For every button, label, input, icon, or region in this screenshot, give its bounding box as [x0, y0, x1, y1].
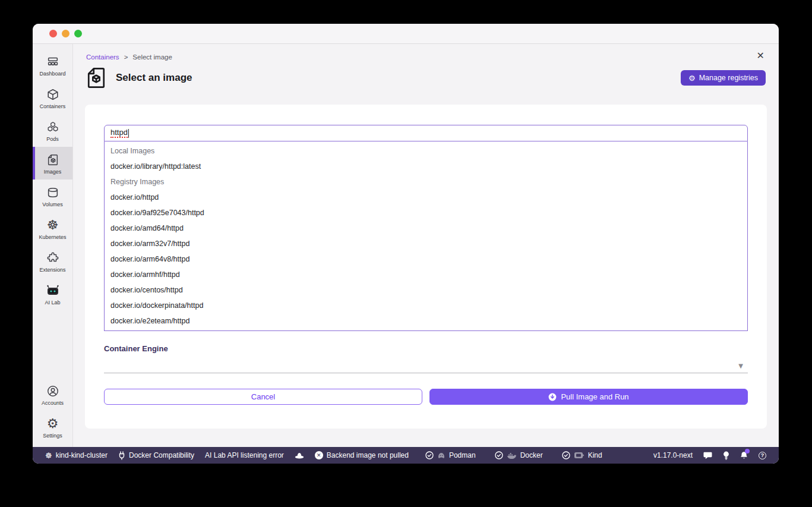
chat-bubble-icon	[703, 451, 712, 459]
statusbar-backend-error[interactable]: ✕ Backend image not pulled	[309, 451, 414, 459]
ai-lab-robot-icon	[46, 283, 60, 298]
podman-seal-icon	[437, 452, 446, 459]
statusbar-docker[interactable]: Docker	[489, 451, 548, 459]
sidebar-item-label: Containers	[40, 103, 66, 109]
close-page-icon[interactable]: ✕	[757, 51, 764, 61]
image-suggestion[interactable]: docker.io/library/httpd:latest	[105, 159, 747, 174]
statusbar-ai-lab-error[interactable]: AI Lab API listening error	[200, 451, 289, 459]
breadcrumb-current: Select image	[132, 53, 172, 61]
image-suggestion[interactable]: docker.io/amd64/httpd	[105, 221, 747, 236]
sidebar-item-label: Extensions	[39, 267, 65, 273]
minimize-window-button[interactable]	[62, 30, 69, 37]
image-suggestions: Local Imagesdocker.io/library/httpd:late…	[104, 141, 748, 331]
gear-icon: ⚙	[688, 74, 696, 82]
image-suggestion[interactable]: docker.io/centos/httpd	[105, 282, 747, 298]
sidebar-item-accounts[interactable]: Accounts	[33, 378, 72, 411]
check-circle-icon	[425, 451, 434, 459]
docker-whale-icon	[507, 452, 517, 459]
statusbar-kind-cluster[interactable]: ☸ kind-kind-cluster	[40, 451, 113, 459]
image-group-header: Local Images	[105, 143, 747, 159]
image-suggestion[interactable]: docker.io/httpd	[105, 190, 747, 205]
statusbar-docker-compatibility[interactable]: Docker Compatibility	[113, 451, 200, 460]
close-window-button[interactable]	[49, 30, 57, 37]
notification-badge	[745, 449, 750, 454]
container-engine-select[interactable]: ▼	[104, 354, 748, 373]
sidebar-spacer	[33, 310, 72, 378]
sidebar-item-label: Kubernetes	[39, 234, 66, 240]
settings-gear-icon: ⚙	[47, 416, 59, 432]
images-icon	[46, 152, 59, 168]
image-suggestion[interactable]: docker.io/e2eteam/httpd	[105, 313, 747, 329]
app-window: Dashboard Containers Pods	[33, 24, 779, 464]
sidebar-item-dashboard[interactable]: Dashboard	[33, 49, 72, 81]
container-engine-label: Container Engine	[104, 344, 748, 353]
check-circle-icon	[495, 451, 503, 459]
plug-icon	[118, 451, 125, 460]
accounts-user-icon	[46, 383, 59, 399]
sidebar-item-volumes[interactable]: Volumes	[33, 180, 72, 212]
breadcrumb-separator: >	[124, 53, 128, 61]
download-circle-icon	[548, 393, 557, 401]
sidebar: Dashboard Containers Pods	[33, 44, 73, 447]
tips-button[interactable]	[718, 451, 735, 460]
kind-logo-icon	[574, 452, 584, 459]
cancel-button[interactable]: Cancel	[104, 389, 422, 405]
containers-cube-icon	[46, 87, 59, 102]
hat-icon	[295, 452, 304, 459]
sidebar-item-images[interactable]: Images	[33, 147, 72, 180]
sidebar-item-label: Pods	[46, 136, 59, 142]
select-image-card: httpd Local Imagesdocker.io/library/http…	[85, 105, 767, 429]
statusbar-podman[interactable]: Podman	[420, 451, 481, 459]
sidebar-item-label: Volumes	[42, 201, 63, 207]
feedback-button[interactable]	[698, 451, 718, 459]
title-row: Select an image ⚙ Manage registries	[86, 67, 766, 89]
sidebar-item-settings[interactable]: ⚙ Settings	[33, 411, 72, 443]
version-label: v1.17.0-next	[648, 451, 698, 459]
maximize-window-button[interactable]	[74, 30, 82, 37]
sidebar-item-label: AI Lab	[45, 300, 60, 306]
sidebar-item-label: Accounts	[42, 400, 64, 406]
sidebar-item-ai-lab[interactable]: AI Lab	[33, 278, 72, 310]
dashboard-icon	[46, 54, 59, 70]
image-suggestion[interactable]: docker.io/armhf/httpd	[105, 267, 747, 282]
screen: Dashboard Containers Pods	[0, 0, 812, 507]
search-input-value: httpd	[110, 128, 128, 138]
statusbar-right: v1.17.0-next ?	[648, 451, 772, 460]
kubernetes-icon: ☸	[47, 218, 59, 233]
error-circle-icon: ✕	[315, 451, 323, 459]
image-suggestion[interactable]: docker.io/arm64v8/httpd	[105, 251, 747, 267]
notifications-button[interactable]	[735, 451, 753, 459]
main-panel: ✕ Containers > Select image Selec	[73, 44, 779, 447]
action-buttons: Cancel Pull Image and Run	[104, 389, 748, 405]
text-caret	[128, 129, 129, 138]
chevron-down-icon: ▼	[738, 363, 743, 369]
image-suggestion[interactable]: docker.io/dockerpinata/httpd	[105, 298, 747, 313]
breadcrumb-containers-link[interactable]: Containers	[86, 53, 119, 61]
lightbulb-icon	[723, 451, 729, 460]
pull-image-and-run-button[interactable]: Pull Image and Run	[429, 389, 748, 405]
pods-icon	[46, 119, 59, 135]
help-icon: ?	[759, 452, 766, 459]
sidebar-item-extensions[interactable]: Extensions	[33, 245, 72, 278]
help-button[interactable]: ?	[753, 452, 772, 459]
image-suggestion[interactable]: docker.io/9af925e7043/httpd	[105, 205, 747, 221]
page-title: Select an image	[116, 72, 192, 84]
sidebar-item-kubernetes[interactable]: ☸ Kubernetes	[33, 212, 72, 245]
manage-registries-button[interactable]: ⚙ Manage registries	[681, 70, 766, 86]
image-suggestion[interactable]: docker.io/futdrvt/httpd	[105, 329, 747, 331]
sidebar-item-pods[interactable]: Pods	[33, 114, 72, 147]
statusbar-kind[interactable]: Kind	[557, 451, 608, 459]
image-suggestion[interactable]: docker.io/arm32v7/httpd	[105, 236, 747, 251]
sidebar-item-label: Images	[44, 169, 62, 175]
kubernetes-wheel-icon: ☸	[45, 452, 52, 459]
status-bar: ☸ kind-kind-cluster Docker Compatibility…	[33, 447, 779, 464]
sidebar-item-label: Dashboard	[39, 71, 65, 77]
image-search-input[interactable]: httpd	[104, 125, 748, 141]
select-image-icon	[86, 67, 106, 89]
volumes-icon	[46, 185, 59, 200]
statusbar-redhat-signin[interactable]	[289, 452, 309, 459]
breadcrumb: Containers > Select image	[86, 53, 766, 61]
bell-icon	[740, 451, 748, 459]
page-header: Containers > Select image Select an imag…	[73, 44, 779, 89]
sidebar-item-containers[interactable]: Containers	[33, 81, 72, 114]
